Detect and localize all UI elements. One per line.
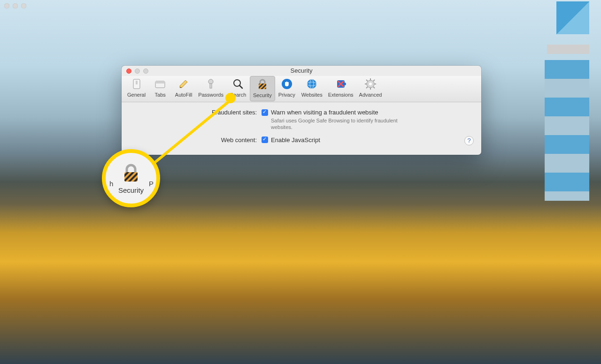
svg-point-20 bbox=[369, 83, 372, 85]
tab-label: Security bbox=[253, 92, 272, 98]
tab-general[interactable]: General bbox=[124, 76, 148, 101]
preferences-toolbar: General Tabs AutoFill Passwords bbox=[122, 76, 481, 102]
svg-rect-3 bbox=[155, 81, 165, 83]
tab-extensions[interactable]: Extensions bbox=[325, 76, 356, 101]
globe-icon bbox=[305, 77, 319, 91]
callout-magnifier: Security h P bbox=[102, 149, 160, 207]
tab-security[interactable]: Security bbox=[250, 76, 275, 101]
puzzle-icon bbox=[334, 77, 348, 91]
hand-icon bbox=[280, 77, 294, 91]
svg-point-18 bbox=[343, 83, 346, 85]
tab-label: General bbox=[127, 92, 146, 98]
tab-label: Advanced bbox=[359, 92, 382, 98]
tab-label: AutoFill bbox=[175, 92, 193, 98]
fraudulent-note: Safari uses Google Safe Browsing to iden… bbox=[271, 117, 412, 131]
svg-line-28 bbox=[366, 87, 368, 88]
web-content-label: Web content: bbox=[130, 136, 262, 144]
desktop-background: Security General Tabs AutoFill bbox=[0, 0, 601, 364]
window-titlebar[interactable]: Security bbox=[122, 66, 481, 76]
decorative-block bbox=[556, 1, 589, 34]
svg-rect-31 bbox=[124, 172, 138, 182]
tab-passwords[interactable]: Passwords bbox=[195, 76, 226, 101]
svg-rect-7 bbox=[210, 83, 212, 88]
fraudulent-sites-label: Fraudulent sites: bbox=[130, 109, 262, 116]
key-icon bbox=[204, 77, 218, 91]
close-window-button[interactable] bbox=[126, 68, 131, 74]
tab-privacy[interactable]: Privacy bbox=[275, 76, 299, 101]
gear-icon bbox=[363, 77, 378, 91]
pencil-icon bbox=[177, 77, 191, 91]
callout-right-glyph: P bbox=[149, 180, 154, 188]
minimize-window-button[interactable] bbox=[135, 68, 140, 74]
tab-tabs[interactable]: Tabs bbox=[148, 76, 172, 101]
svg-rect-11 bbox=[259, 83, 266, 89]
tab-label: Websites bbox=[301, 92, 323, 98]
help-button[interactable]: ? bbox=[464, 136, 474, 145]
warn-fraudulent-label: Warn when visiting a fraudulent website bbox=[271, 109, 378, 116]
tab-label: Privacy bbox=[278, 92, 295, 98]
svg-marker-4 bbox=[180, 80, 187, 88]
tab-label: Tabs bbox=[155, 92, 166, 98]
tab-autofill[interactable]: AutoFill bbox=[172, 76, 195, 101]
tab-label: Passwords bbox=[198, 92, 223, 98]
tab-label: Extensions bbox=[328, 92, 354, 98]
enable-javascript-label: Enable JavaScript bbox=[271, 136, 320, 144]
svg-point-14 bbox=[307, 79, 316, 89]
svg-line-26 bbox=[373, 87, 375, 88]
browser-window-traffic-lights bbox=[4, 3, 26, 8]
callout-left-glyph: h bbox=[109, 180, 113, 188]
callout-label: Security bbox=[118, 186, 144, 194]
svg-rect-1 bbox=[136, 81, 138, 84]
tabs-icon bbox=[153, 77, 167, 91]
lock-icon bbox=[255, 77, 270, 91]
warn-fraudulent-checkbox[interactable] bbox=[262, 109, 268, 116]
callout-pointer-dot bbox=[225, 93, 236, 103]
switch-icon bbox=[130, 77, 144, 91]
tab-advanced[interactable]: Advanced bbox=[356, 76, 385, 101]
zoom-window-button[interactable] bbox=[143, 68, 148, 74]
decorative-block bbox=[545, 60, 589, 201]
window-title: Security bbox=[122, 66, 481, 74]
svg-line-9 bbox=[239, 85, 242, 88]
decorative-block bbox=[547, 45, 589, 54]
tab-websites[interactable]: Websites bbox=[299, 76, 325, 101]
enable-javascript-checkbox[interactable] bbox=[262, 136, 268, 143]
lock-icon bbox=[120, 163, 142, 184]
magnifying-glass-icon bbox=[231, 77, 245, 91]
preferences-content: Fraudulent sites: Warn when visiting a f… bbox=[122, 102, 481, 151]
svg-line-25 bbox=[366, 80, 368, 81]
svg-line-27 bbox=[373, 80, 375, 81]
safari-preferences-window: Security General Tabs AutoFill bbox=[122, 66, 481, 155]
